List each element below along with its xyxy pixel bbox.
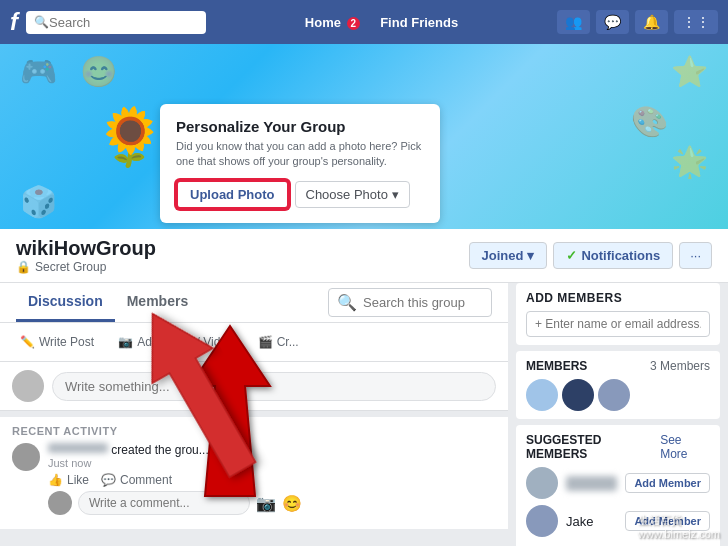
thumb-icon: 👍	[48, 473, 63, 487]
joined-button[interactable]: Joined ▾	[469, 242, 548, 269]
group-title-bar: wikiHowGroup 🔒 Secret Group Joined ▾ ✓ N…	[0, 229, 728, 283]
activity-actions: 👍 Like 💬 Comment	[48, 473, 302, 487]
search-box[interactable]: 🔍	[26, 11, 206, 34]
search-icon: 🔍	[34, 15, 49, 29]
activity-text: created the grou...	[48, 443, 302, 457]
cover-decoration-2: 😊	[80, 54, 117, 89]
cover-decoration-5: 🌟	[671, 144, 708, 179]
personalize-card: Personalize Your Group Did you know that…	[160, 104, 440, 223]
home-link[interactable]: Home 2	[305, 15, 360, 30]
find-friends-link[interactable]: Find Friends	[380, 15, 458, 30]
group-info: wikiHowGroup 🔒 Secret Group	[16, 237, 156, 274]
add-member-input[interactable]	[526, 311, 710, 337]
recent-activity-section: RECENT ACTIVITY created the grou... Just…	[0, 417, 508, 529]
cover-decoration-3: ⭐	[671, 54, 708, 89]
activity-content: created the grou... Just now 👍 Like 💬 Co…	[48, 443, 302, 515]
add-members-title: ADD MEMBERS	[526, 291, 710, 305]
messages-nav-button[interactable]: 💬	[596, 10, 629, 34]
joined-arrow-icon: ▾	[527, 248, 534, 263]
nav-right-icons: 👥 💬 🔔 ⋮⋮	[557, 10, 718, 34]
member-avatars	[526, 379, 710, 411]
commenter-avatar	[48, 491, 72, 515]
members-section: MEMBERS 3 Members	[516, 351, 720, 419]
notifications-nav-button[interactable]: 🔔	[635, 10, 668, 34]
facebook-logo: f	[10, 8, 18, 36]
write-post-area	[0, 362, 508, 411]
cover-action-buttons: Upload Photo Choose Photo ▾	[176, 180, 424, 209]
left-panel: Discussion Members 🔍 ✏️ Write Post 📷 Add…	[0, 283, 508, 546]
post-action-bar: ✏️ Write Post 📷 Add Photo / Video 🎬 Cr..…	[0, 323, 508, 362]
cover-decoration: 🎮	[20, 54, 57, 89]
activity-avatar	[12, 443, 40, 471]
like-action[interactable]: 👍 Like	[48, 473, 89, 487]
tabs-list: Discussion Members	[16, 283, 200, 322]
suggested-avatar-2	[526, 505, 558, 537]
add-member-button-1[interactable]: Add Member	[625, 473, 710, 493]
member-avatar-2	[562, 379, 594, 411]
discussion-tab[interactable]: Discussion	[16, 283, 115, 322]
group-type: 🔒 Secret Group	[16, 260, 156, 274]
nav-center: Home 2 Find Friends	[206, 15, 557, 30]
members-header: MEMBERS 3 Members	[526, 359, 710, 373]
cover-decoration-4: 🎨	[631, 104, 668, 139]
members-title: MEMBERS	[526, 359, 587, 373]
search-group-input[interactable]	[363, 295, 483, 310]
member-avatar-3	[598, 379, 630, 411]
suggested-member-1: Add Member	[526, 467, 710, 499]
activity-time: Just now	[48, 457, 302, 469]
group-action-buttons: Joined ▾ ✓ Notifications ···	[469, 242, 712, 269]
check-icon: ✓	[566, 248, 577, 263]
search-input[interactable]	[49, 15, 189, 30]
member-avatar-1	[526, 379, 558, 411]
create-button[interactable]: 🎬 Cr...	[250, 331, 307, 353]
cover-area: 🎮 😊 ⭐ 🎨 🌟 🎲 🌻 Personalize Your Group Did…	[0, 44, 728, 229]
write-post-input[interactable]	[52, 372, 496, 401]
top-navigation: f 🔍 Home 2 Find Friends 👥 💬 🔔 ⋮⋮	[0, 0, 728, 44]
user-avatar	[12, 370, 44, 402]
menu-nav-button[interactable]: ⋮⋮	[674, 10, 718, 34]
choose-photo-button[interactable]: Choose Photo ▾	[295, 181, 410, 208]
upload-photo-button[interactable]: Upload Photo	[176, 180, 289, 209]
members-count: 3 Members	[650, 359, 710, 373]
suggested-members-title: SUGGESTED MEMBERS	[526, 433, 660, 461]
write-post-button[interactable]: ✏️ Write Post	[12, 331, 102, 353]
home-badge: 2	[347, 17, 361, 30]
notifications-button[interactable]: ✓ Notifications	[553, 242, 673, 269]
comment-input[interactable]	[78, 491, 250, 515]
comment-input-area: 📷 😊	[48, 491, 302, 515]
suggested-name-1	[566, 476, 617, 491]
add-photo-video-button[interactable]: 📷 Add Photo / Video	[110, 331, 242, 353]
members-tab[interactable]: Members	[115, 283, 200, 322]
right-panel: ADD MEMBERS MEMBERS 3 Members SUGGESTED …	[508, 283, 728, 546]
personalize-text: Did you know that you can add a photo he…	[176, 139, 424, 170]
more-button[interactable]: ···	[679, 242, 712, 269]
sticker-icon: 😊	[282, 494, 302, 513]
flower-icon: 🌻	[95, 104, 165, 170]
main-content: Discussion Members 🔍 ✏️ Write Post 📷 Add…	[0, 283, 728, 546]
comment-action[interactable]: 💬 Comment	[101, 473, 172, 487]
group-name: wikiHowGroup	[16, 237, 156, 260]
comment-icon: 💬	[101, 473, 116, 487]
choose-photo-arrow-icon: ▾	[392, 187, 399, 202]
watermark: 生活百貨 www.bimeiz.com	[638, 513, 720, 540]
pencil-icon: ✏️	[20, 335, 35, 349]
cover-decoration-6: 🎲	[20, 184, 57, 219]
personalize-title: Personalize Your Group	[176, 118, 424, 135]
recent-activity-title: RECENT ACTIVITY	[12, 425, 496, 437]
activity-item: created the grou... Just now 👍 Like 💬 Co…	[12, 443, 496, 515]
search-group-icon: 🔍	[337, 293, 357, 312]
create-icon: 🎬	[258, 335, 273, 349]
search-group-box[interactable]: 🔍	[328, 288, 492, 317]
photo-icon: 📷	[118, 335, 133, 349]
emoji-icon: 📷	[256, 494, 276, 513]
lock-icon: 🔒	[16, 260, 31, 274]
suggested-members-header: SUGGESTED MEMBERS See More	[526, 433, 710, 461]
people-nav-button[interactable]: 👥	[557, 10, 590, 34]
tabs-bar: Discussion Members 🔍	[0, 283, 508, 323]
suggested-name-2: Jake	[566, 514, 617, 529]
add-members-section: ADD MEMBERS	[516, 283, 720, 345]
suggested-avatar-1	[526, 467, 558, 499]
see-more-link[interactable]: See More	[660, 433, 710, 461]
